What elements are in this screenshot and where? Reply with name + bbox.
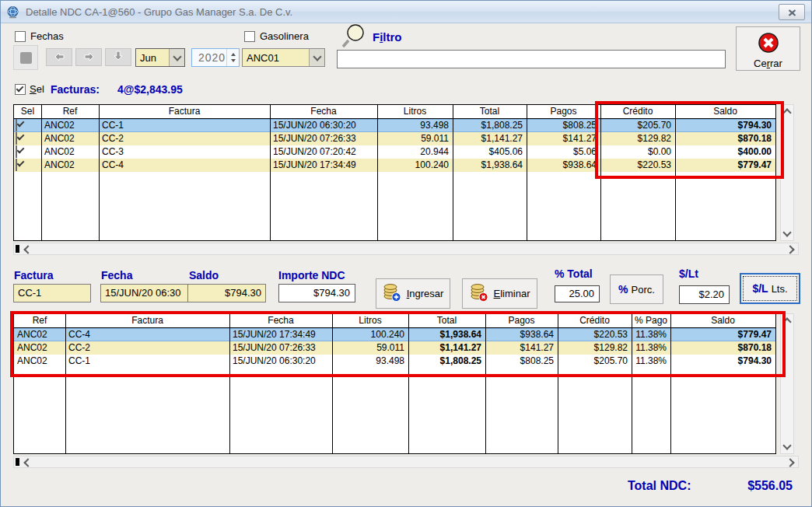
row-checkbox[interactable]	[16, 145, 17, 158]
ndc-table[interactable]: Ref Factura Fecha Litros Total Pagos Cré…	[13, 313, 776, 454]
fecha-field-label: Fecha	[101, 269, 132, 281]
ndc-vertical-scrollbar[interactable]	[780, 313, 794, 454]
cerrar-button[interactable]: Cerrar	[736, 26, 800, 71]
scrollbar-thumb[interactable]	[16, 245, 19, 253]
stop-button[interactable]	[13, 45, 38, 70]
ndc-horizontal-scrollbar[interactable]	[13, 456, 799, 468]
col-header-saldo: Saldo	[675, 105, 775, 118]
scrollbar-thumb[interactable]	[16, 458, 19, 466]
porc-button[interactable]: % Porc.	[610, 274, 663, 304]
sel-checkbox[interactable]	[15, 84, 26, 95]
table-row[interactable]: ANC02 CC-4 15/JUN/20 17:34:49 100.240 $1…	[14, 328, 775, 341]
table-row[interactable]: ANC02 CC-4 15/JUN/20 17:34:49 100.240 $1…	[14, 159, 775, 172]
ingresar-label: Ingresar	[407, 288, 444, 299]
coins-add-icon	[383, 283, 402, 305]
facturas-horizontal-scrollbar[interactable]	[13, 243, 799, 255]
eliminar-button[interactable]: Eliminar	[462, 278, 537, 309]
col-header-total: Total	[453, 105, 527, 118]
scroll-up-icon[interactable]	[782, 108, 791, 117]
col-header-pct-pago: % Pago	[632, 314, 670, 327]
factura-field[interactable]: CC-1	[13, 284, 91, 302]
sl-lts-button-label: Lts.	[772, 283, 788, 295]
filter-input[interactable]	[337, 50, 726, 68]
scroll-right-icon[interactable]	[786, 245, 794, 253]
scroll-down-icon[interactable]	[782, 441, 791, 449]
col-header-sel: Sel	[14, 105, 41, 118]
pct-total-field[interactable]: 25.00	[555, 285, 600, 302]
cerrar-label: Cerrar	[754, 58, 782, 69]
down-button[interactable]	[105, 48, 131, 66]
total-ndc-label: Total NDC:	[628, 479, 691, 493]
table-row[interactable]: ANC02 CC-3 15/JUN/20 07:20:42 20.944 $40…	[14, 145, 775, 159]
titlebar: Detalle NDC CA-1@560 - Grupo Gas Manager…	[1, 1, 811, 23]
gasolinera-checkbox-group: Gasolinera	[244, 30, 309, 42]
gasolinera-label: Gasolinera	[260, 30, 309, 42]
table-row[interactable]: ANC02 CC-1 15/JUN/20 06:30:20 93.498 $1,…	[14, 355, 775, 368]
sl-lts-button[interactable]: $/L Lts.	[740, 273, 800, 304]
pct-total-label: % Total	[555, 267, 593, 280]
year-spinner[interactable]: 2020	[191, 48, 240, 67]
scroll-left-icon[interactable]	[23, 458, 32, 467]
fechas-checkbox-group: Fechas	[15, 30, 64, 42]
col-header-fecha: Fecha	[229, 314, 332, 327]
eliminar-label: Eliminar	[494, 288, 530, 299]
table-row[interactable]: ANC02 CC-1 15/JUN/20 06:30:20 93.498 $1,…	[14, 119, 775, 132]
facturas-vertical-scrollbar[interactable]	[780, 104, 794, 241]
per-lt-field[interactable]: $2.20	[679, 285, 730, 304]
col-header-litros: Litros	[332, 314, 408, 327]
row-checkbox[interactable]	[16, 119, 17, 131]
globe-app-icon	[6, 5, 19, 19]
next-button[interactable]	[75, 48, 102, 66]
filtro-label: Filtro	[373, 30, 402, 44]
month-value: Jun	[136, 49, 169, 66]
table-row[interactable]: ANC02 CC-2 15/JUN/20 07:26:33 59.011 $1,…	[14, 132, 775, 145]
col-header-credito: Crédito	[558, 314, 632, 327]
facturas-label: Facturas:	[51, 83, 100, 96]
close-circle-icon	[758, 32, 779, 56]
col-header-fecha: Fecha	[270, 105, 377, 118]
month-combobox[interactable]: Jun	[135, 48, 185, 67]
col-header-ref: Ref	[14, 314, 65, 327]
saldo-field[interactable]: $794.30	[187, 284, 266, 302]
ingresar-button[interactable]: Ingresar	[376, 278, 450, 309]
col-header-credito: Crédito	[600, 105, 675, 118]
percent-icon: %	[618, 283, 628, 295]
station-combobox[interactable]: ANC01	[242, 48, 325, 67]
arrow-right-icon	[83, 51, 95, 65]
col-header-litros: Litros	[377, 105, 453, 118]
porc-button-label: Porc.	[632, 284, 655, 295]
fecha-field[interactable]: 15/JUN/20 06:30	[100, 284, 192, 302]
scroll-down-icon[interactable]	[782, 228, 791, 236]
col-header-pagos: Pagos	[485, 314, 558, 327]
chevron-down-icon[interactable]	[169, 49, 184, 66]
prev-button[interactable]	[46, 48, 72, 66]
per-lt-label: $/Lt	[679, 267, 698, 280]
gasolinera-checkbox[interactable]	[244, 31, 255, 42]
spinner-up-icon[interactable]	[231, 53, 236, 56]
scroll-up-icon[interactable]	[782, 317, 791, 326]
importe-ndc-label: Importe NDC	[278, 269, 345, 281]
facturas-value: 4@$2,843.95	[117, 83, 183, 96]
fechas-checkbox[interactable]	[15, 31, 26, 42]
importe-ndc-field[interactable]: $794.30	[278, 284, 355, 302]
sel-label: Sel	[30, 83, 44, 95]
window-title: Detalle NDC CA-1@560 - Grupo Gas Manager…	[26, 6, 292, 18]
window-close-button[interactable]	[779, 4, 805, 20]
row-checkbox[interactable]	[16, 132, 17, 145]
app-window: Detalle NDC CA-1@560 - Grupo Gas Manager…	[0, 0, 812, 507]
dollar-per-liter-icon: $/L	[752, 282, 768, 295]
row-checkbox[interactable]	[16, 159, 17, 171]
scroll-right-icon[interactable]	[786, 458, 794, 467]
table-row[interactable]: ANC02 CC-2 15/JUN/20 07:26:33 59.011 $1,…	[14, 341, 775, 355]
spinner-arrows[interactable]	[226, 49, 239, 66]
col-header-factura: Factura	[99, 105, 270, 118]
facturas-table[interactable]: Sel Ref Factura Fecha Litros Total Pagos…	[13, 104, 776, 241]
chevron-down-icon[interactable]	[309, 49, 324, 66]
coins-delete-icon	[470, 283, 489, 305]
facturas-table-header: Sel Ref Factura Fecha Litros Total Pagos…	[14, 105, 775, 119]
scroll-left-icon[interactable]	[23, 245, 32, 253]
total-ndc-value: $556.05	[747, 479, 793, 493]
spinner-down-icon[interactable]	[231, 59, 236, 62]
ndc-table-header: Ref Factura Fecha Litros Total Pagos Cré…	[14, 314, 775, 328]
sel-checkbox-group: Sel	[15, 83, 44, 95]
